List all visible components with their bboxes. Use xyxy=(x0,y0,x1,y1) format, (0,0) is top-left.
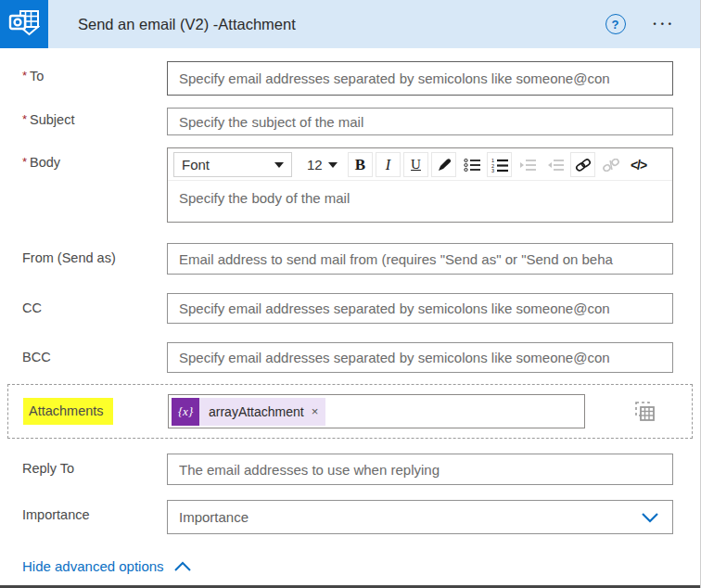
importance-dropdown[interactable]: Importance xyxy=(167,500,673,534)
help-icon[interactable]: ? xyxy=(605,14,626,34)
numbered-list-icon: 1 2 3 xyxy=(491,158,508,173)
bullet-list-button[interactable] xyxy=(459,152,484,177)
field-row-bcc: BCC xyxy=(0,342,700,373)
subject-label: *Subject xyxy=(22,108,167,127)
remove-link-button[interactable] xyxy=(598,152,623,177)
unlink-icon xyxy=(603,159,619,172)
required-asterisk: * xyxy=(22,112,27,126)
field-row-cc: CC xyxy=(0,293,700,324)
action-title: Send an email (V2) -Attachment xyxy=(78,16,296,33)
field-row-importance: Importance Importance xyxy=(0,500,700,534)
attachments-input[interactable]: {x} arrayAttachment × xyxy=(168,394,585,428)
subject-input[interactable] xyxy=(167,108,673,135)
link-icon xyxy=(575,159,592,172)
field-row-body: *Body Font 12 B I U xyxy=(0,147,700,223)
chevron-down-icon xyxy=(641,512,659,523)
to-label: *To xyxy=(22,61,167,83)
svg-text:3: 3 xyxy=(491,168,494,173)
outdent-button[interactable] xyxy=(542,152,567,177)
bold-button[interactable]: B xyxy=(348,152,373,177)
body-label: *Body xyxy=(22,147,167,170)
outdent-icon xyxy=(547,158,564,173)
body-input[interactable]: Specify the body of the mail xyxy=(168,181,672,222)
bcc-label: BCC xyxy=(22,342,167,364)
chevron-down-icon xyxy=(274,162,284,168)
from-label: From (Send as) xyxy=(22,243,167,265)
hide-advanced-options-label: Hide advanced options xyxy=(22,558,164,574)
from-input[interactable] xyxy=(167,243,673,275)
token-label: arrayAttachment xyxy=(199,404,310,419)
attachments-label-cell: Attachments xyxy=(8,398,168,425)
array-mode-icon xyxy=(633,400,657,424)
importance-label: Importance xyxy=(22,500,167,522)
field-row-attachments: Attachments {x} arrayAttachment × xyxy=(7,384,693,439)
numbered-list-button[interactable]: 1 2 3 xyxy=(487,152,512,177)
field-row-subject: *Subject xyxy=(0,108,700,135)
font-size-value: 12 xyxy=(307,157,323,173)
field-row-reply-to: Reply To xyxy=(0,454,700,485)
required-asterisk: * xyxy=(22,69,27,83)
reply-to-label: Reply To xyxy=(22,454,167,476)
font-family-dropdown[interactable]: Font xyxy=(173,152,292,177)
chevron-down-icon xyxy=(328,162,338,168)
bullet-list-icon xyxy=(464,158,480,173)
insert-link-button[interactable] xyxy=(570,152,595,177)
required-asterisk: * xyxy=(22,155,27,169)
field-row-from: From (Send as) xyxy=(0,243,700,275)
underline-button[interactable]: U xyxy=(403,152,428,177)
token-remove-icon[interactable]: × xyxy=(310,404,326,418)
code-view-button[interactable]: </> xyxy=(626,152,651,177)
cc-input[interactable] xyxy=(167,293,673,324)
reply-to-input[interactable] xyxy=(167,454,673,485)
editor-toolbar: Font 12 B I U xyxy=(168,148,672,181)
pen-icon xyxy=(437,158,452,173)
field-row-to: *To xyxy=(0,61,700,96)
rich-text-editor: Font 12 B I U xyxy=(167,147,673,223)
bcc-input[interactable] xyxy=(167,342,673,373)
switch-to-array-button[interactable] xyxy=(633,400,657,424)
importance-value: Importance xyxy=(179,509,249,525)
italic-button[interactable]: I xyxy=(376,152,401,177)
indent-icon xyxy=(519,158,536,173)
outlook-connector-icon xyxy=(0,0,48,48)
font-size-dropdown[interactable]: 12 xyxy=(299,152,345,177)
action-card: Send an email (V2) -Attachment ? ••• *To… xyxy=(0,0,701,588)
cc-label: CC xyxy=(22,293,167,315)
attachment-token-chip[interactable]: {x} arrayAttachment × xyxy=(172,398,325,426)
font-family-value: Font xyxy=(182,157,210,173)
outlook-icon xyxy=(8,9,40,39)
menu-ellipsis-icon[interactable]: ••• xyxy=(654,19,676,29)
attachments-label: Attachments xyxy=(23,398,113,425)
variable-token-icon: {x} xyxy=(172,398,199,426)
action-header[interactable]: Send an email (V2) -Attachment ? ••• xyxy=(0,0,700,48)
chevron-up-icon xyxy=(173,561,192,572)
to-input[interactable] xyxy=(167,61,673,96)
text-color-button[interactable] xyxy=(431,152,456,177)
indent-button[interactable] xyxy=(515,152,540,177)
hide-advanced-options-link[interactable]: Hide advanced options xyxy=(22,558,192,574)
